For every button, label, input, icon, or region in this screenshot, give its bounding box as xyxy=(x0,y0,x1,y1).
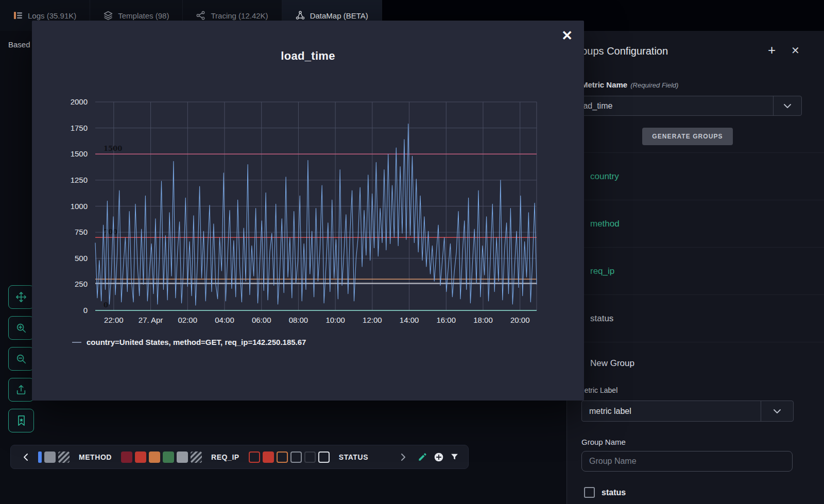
edit-pencil-icon[interactable] xyxy=(418,452,427,462)
color-swatch[interactable] xyxy=(290,451,302,463)
x-tick-label: 20:00 xyxy=(510,316,530,324)
left-toolbar xyxy=(8,285,34,432)
add-circle-icon[interactable] xyxy=(434,452,444,462)
add-group-icon[interactable]: + xyxy=(768,43,776,57)
threshold-label: 700 xyxy=(104,228,117,236)
y-tick-label: 1250 xyxy=(71,176,88,184)
group-row-status[interactable]: status xyxy=(567,295,824,342)
y-tick-label: 1500 xyxy=(71,149,88,158)
metric-name-select[interactable]: load_time xyxy=(569,96,802,116)
x-tick-label: 04:00 xyxy=(215,316,234,324)
color-swatch[interactable] xyxy=(318,451,330,463)
export-button[interactable] xyxy=(8,378,34,402)
y-tick-label: 0 xyxy=(83,306,88,315)
group-row-method[interactable]: method xyxy=(567,200,824,248)
x-tick-label: 14:00 xyxy=(400,316,419,324)
color-swatch[interactable] xyxy=(249,451,260,463)
group-row-req_ip[interactable]: req_ip xyxy=(567,248,824,295)
load-time-modal: ✕ load_time 0250500750100012501500175020… xyxy=(32,21,584,401)
tab-label: DataMap (BETA) xyxy=(310,11,368,20)
toolbar-label-method: METHOD xyxy=(79,453,112,461)
x-tick-label: 22:00 xyxy=(104,316,124,324)
export-icon xyxy=(15,384,27,395)
x-tick-label: 08:00 xyxy=(289,316,308,324)
threshold-label: 1500 xyxy=(104,145,122,152)
metric-label-select[interactable]: metric label xyxy=(581,401,794,422)
tab-label: Templates (98) xyxy=(118,11,169,20)
group-row-country[interactable]: country xyxy=(567,153,824,200)
color-swatch[interactable] xyxy=(177,451,188,463)
x-tick-label: 27. Apr xyxy=(139,316,163,324)
x-tick-label: 06:00 xyxy=(252,316,271,324)
chevron-right-icon[interactable] xyxy=(401,453,406,461)
bookmark-button[interactable] xyxy=(8,409,34,432)
status-checkbox-row: status xyxy=(584,487,626,498)
group-name-input[interactable] xyxy=(581,451,793,472)
logs-icon xyxy=(13,11,23,20)
color-swatch[interactable] xyxy=(163,451,174,463)
chevron-left-icon[interactable] xyxy=(23,453,28,461)
group-label: status xyxy=(590,314,613,324)
status-checkbox-label: status xyxy=(602,488,626,497)
y-tick-label: 250 xyxy=(75,280,88,288)
filter-icon[interactable] xyxy=(450,453,459,461)
zoom-in-icon xyxy=(15,322,27,334)
swatch-groups: METHODREQ_IPSTATUS xyxy=(38,451,391,463)
toolbar-label-req_ip: REQ_IP xyxy=(211,453,239,461)
load-time-series xyxy=(95,124,537,305)
color-swatch[interactable] xyxy=(304,451,316,463)
tab-label: Logs (35.91K) xyxy=(28,11,76,20)
x-tick-label: 12:00 xyxy=(363,316,382,324)
metric-name-value: load_time xyxy=(570,96,801,115)
color-swatch[interactable] xyxy=(58,451,70,463)
load-time-chart: 02505007501000125015001750200022:0027. A… xyxy=(54,88,569,329)
x-tick-label: 10:00 xyxy=(325,316,345,324)
color-swatch[interactable] xyxy=(263,451,274,463)
metric-name-text: Metric Name xyxy=(581,80,627,89)
color-swatch[interactable] xyxy=(44,451,56,463)
y-tick-label: 1000 xyxy=(71,202,88,211)
color-swatch[interactable] xyxy=(149,451,160,463)
zoom-in-button[interactable] xyxy=(8,316,34,340)
groups-configuration-panel: Groups Configuration + ✕ Metric Name(Req… xyxy=(566,31,824,504)
chevron-down-icon[interactable] xyxy=(761,401,793,421)
modal-close-icon[interactable]: ✕ xyxy=(561,29,573,42)
chevron-down-icon[interactable] xyxy=(773,96,801,115)
chart-legend: country=United States, method=GET, req_i… xyxy=(72,338,306,346)
app-root: Logs (35.91K)Templates (98)Tracing (12.4… xyxy=(0,0,824,504)
color-swatch[interactable] xyxy=(277,451,288,463)
color-swatch[interactable] xyxy=(121,451,132,463)
new-group-title: New Group xyxy=(590,358,634,369)
panel-title: Groups Configuration xyxy=(570,45,668,57)
tracing-icon xyxy=(196,11,205,20)
groups-list: countrymethodreq_ipstatus xyxy=(567,152,824,342)
y-tick-label: 1750 xyxy=(71,124,88,132)
group-label: country xyxy=(590,171,619,182)
metric-name-label: Metric Name(Required Field) xyxy=(581,80,678,89)
color-swatch[interactable] xyxy=(135,451,146,463)
swatch-group xyxy=(249,451,330,463)
threshold-label: 0 xyxy=(104,301,108,309)
generate-groups-button[interactable]: GENERATE GROUPS xyxy=(642,128,733,145)
zoom-out-button[interactable] xyxy=(8,347,34,371)
x-tick-label: 16:00 xyxy=(437,316,456,324)
bookmark-icon xyxy=(16,415,26,426)
color-swatch[interactable] xyxy=(191,451,202,463)
group-name-label: Group Name xyxy=(581,438,626,446)
pan-button[interactable] xyxy=(8,285,34,309)
templates-icon xyxy=(104,11,113,20)
color-swatch[interactable] xyxy=(38,451,42,463)
bottom-toolbar: METHODREQ_IPSTATUS xyxy=(10,445,469,469)
tab-label: Tracing (12.42K) xyxy=(211,11,268,20)
x-tick-label: 18:00 xyxy=(473,316,493,324)
y-tick-label: 500 xyxy=(75,254,88,263)
datamap-icon xyxy=(296,11,305,20)
x-tick-label: 02:00 xyxy=(178,316,198,324)
status-checkbox[interactable] xyxy=(584,487,595,498)
swatch-group xyxy=(121,451,202,463)
zoom-out-icon xyxy=(15,353,27,364)
metric-label-label: Metric Label xyxy=(578,386,617,394)
group-label: req_ip xyxy=(590,266,614,276)
panel-close-icon[interactable]: ✕ xyxy=(791,45,800,56)
pan-icon xyxy=(15,291,27,303)
